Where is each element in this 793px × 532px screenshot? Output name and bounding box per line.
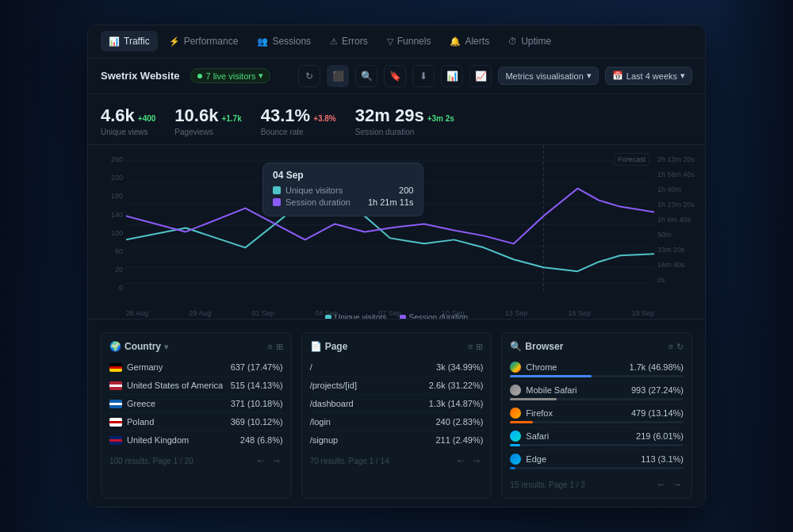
nav-item-sessions[interactable]: 👥 Sessions xyxy=(249,31,319,52)
stats-row: 4.6k+400 Unique views 10.6k+1.7k Pagevie… xyxy=(88,94,705,145)
panel-country-actions: ≡ ⊞ xyxy=(267,342,282,352)
country-table: Germany 637 (17.47%) United States of Am… xyxy=(109,358,283,449)
forecast-label: Forecast xyxy=(614,153,649,166)
table-row: /login 240 (2.83%) xyxy=(310,413,484,431)
safari-icon xyxy=(510,431,521,442)
chart-y-axis-right: 2h 13m 20s 1h 56m 40s 1h 40m 1h 23m 20s … xyxy=(654,149,705,300)
live-dropdown-icon: ▾ xyxy=(259,71,263,81)
metrics-dropdown-icon: ▾ xyxy=(587,71,592,81)
table-row: Mobile Safari 993 (27.24%) xyxy=(510,381,684,404)
panel-page-header: 📄 Page ≡ ⊞ xyxy=(310,341,484,352)
stat-session-duration-label: Session duration xyxy=(355,128,454,136)
msafari-bar xyxy=(510,398,557,400)
country-list-icon[interactable]: ≡ xyxy=(267,342,272,352)
country-next-btn[interactable]: → xyxy=(270,455,283,466)
download-button[interactable]: ⬇ xyxy=(412,65,435,87)
bar-chart-button[interactable]: 📊 xyxy=(441,65,463,87)
nav-label-funnels: Funnels xyxy=(397,36,431,47)
refresh-button[interactable]: ↻ xyxy=(298,65,320,87)
page-export-icon[interactable]: ⊞ xyxy=(476,342,483,352)
panel-browser-actions: ≡ ↻ xyxy=(668,342,684,352)
traffic-icon: 📊 xyxy=(109,36,120,47)
browser-table: Chrome 1.7k (46.98%) Mobile Safari xyxy=(510,358,684,473)
table-row: /signup 211 (2.49%) xyxy=(310,431,484,449)
nav-item-funnels[interactable]: ▽ Funnels xyxy=(379,31,439,52)
table-row: /dashboard 1.3k (14.87%) xyxy=(310,395,484,413)
stat-pageviews-value: 10.6k+1.7k xyxy=(174,105,241,126)
table-row: Safari 219 (6.01%) xyxy=(510,427,684,450)
country-dropdown-icon[interactable]: ▾ xyxy=(164,343,168,351)
country-page-nav: ← → xyxy=(255,455,283,466)
chart-legend: Unique visitors Session duration xyxy=(325,313,468,320)
search-icon: 🔍 xyxy=(510,341,522,352)
panel-page-title: 📄 Page xyxy=(310,341,348,352)
country-export-icon[interactable]: ⊞ xyxy=(276,342,283,352)
stat-unique-views: 4.6k+400 Unique views xyxy=(101,105,155,136)
chart-type-button[interactable]: ⬛ xyxy=(327,65,349,87)
stat-session-duration-value: 32m 29s+3m 2s xyxy=(355,105,454,126)
nav-label-errors: Errors xyxy=(342,36,368,47)
flag-gb xyxy=(109,436,122,445)
browser-list-icon[interactable]: ≡ xyxy=(668,342,673,352)
table-row: United Kingdom 248 (6.8%) xyxy=(109,431,283,449)
nav-item-performance[interactable]: ⚡ Performance xyxy=(161,31,247,52)
nav-item-traffic[interactable]: 📊 Traffic xyxy=(101,31,158,52)
nav-item-alerts[interactable]: 🔔 Alerts xyxy=(442,31,497,52)
legend-sd-label: Session duration xyxy=(409,313,469,320)
page-table: / 3k (34.99%) /projects/[id] 2.6k (31.22… xyxy=(310,358,484,449)
nav-label-performance: Performance xyxy=(184,36,239,47)
stat-pageviews-label: Pageviews xyxy=(174,128,241,136)
line-chart-button[interactable]: 📈 xyxy=(469,65,492,87)
nav-label-traffic: Traffic xyxy=(124,36,150,47)
stat-bounce-rate: 43.1%+3.8% Bounce rate xyxy=(261,105,336,136)
legend-sd-dot xyxy=(400,315,406,320)
bookmark-button[interactable]: 🔖 xyxy=(384,65,406,87)
panel-page-actions: ≡ ⊞ xyxy=(468,342,483,352)
stat-session-duration-change: +3m 2s xyxy=(427,114,454,123)
page-list-icon[interactable]: ≡ xyxy=(468,342,473,352)
dashboard: 📊 Traffic ⚡ Performance 👥 Sessions ⚠ Err… xyxy=(87,25,706,507)
table-row: Greece 371 (10.18%) xyxy=(109,395,283,413)
browser-pagination-label: 15 results. Page 1 / 3 xyxy=(510,480,585,489)
metrics-visualisation-select[interactable]: Metrics visualisation ▾ xyxy=(498,67,598,85)
chrome-bar xyxy=(510,375,592,377)
errors-icon: ⚠ xyxy=(330,36,338,47)
browser-next-btn[interactable]: → xyxy=(671,479,684,490)
legend-session-duration: Session duration xyxy=(400,313,469,320)
firefox-bar xyxy=(510,421,532,423)
uptime-icon: ⏱ xyxy=(508,36,517,46)
stat-unique-views-change: +400 xyxy=(138,114,156,123)
country-prev-btn[interactable]: ← xyxy=(255,455,267,466)
alerts-icon: 🔔 xyxy=(450,36,461,47)
nav-item-uptime[interactable]: ⏱ Uptime xyxy=(500,31,559,52)
chrome-icon xyxy=(510,362,521,373)
browser-prev-btn[interactable]: ← xyxy=(655,479,668,490)
search-button[interactable]: 🔍 xyxy=(355,65,377,87)
page-next-btn[interactable]: → xyxy=(470,455,483,466)
svg-point-8 xyxy=(301,197,309,205)
panel-page-footer: 70 results. Page 1 / 14 ← → xyxy=(310,455,484,466)
nav-label-uptime: Uptime xyxy=(521,36,551,47)
metrics-label: Metrics visualisation xyxy=(505,71,583,81)
chart-svg xyxy=(126,145,654,295)
date-range-select[interactable]: 📅 Last 4 weeks ▾ xyxy=(605,67,692,85)
page-prev-btn[interactable]: ← xyxy=(454,455,467,466)
nav-item-errors[interactable]: ⚠ Errors xyxy=(322,31,376,52)
page-pagination-label: 70 results. Page 1 / 14 xyxy=(310,457,389,465)
stat-unique-views-value: 4.6k+400 xyxy=(101,105,155,126)
stat-bounce-rate-label: Bounce rate xyxy=(261,128,336,136)
stat-pageviews-change: +1.7k xyxy=(221,114,241,123)
site-title: Swetrix Website xyxy=(101,70,179,82)
globe-icon: 🌍 xyxy=(109,341,121,352)
firefox-icon xyxy=(510,408,521,419)
flag-gr xyxy=(109,400,122,408)
funnels-icon: ▽ xyxy=(387,36,393,47)
panel-browser-footer: 15 results. Page 1 / 3 ← → xyxy=(510,479,684,490)
panel-country-header: 🌍 Country ▾ ≡ ⊞ xyxy=(109,341,283,352)
page-icon: 📄 xyxy=(310,341,322,352)
browser-export-icon[interactable]: ↻ xyxy=(676,342,684,352)
edge-bar xyxy=(510,467,515,469)
live-visitors-badge[interactable]: 7 live visitors ▾ xyxy=(190,68,270,83)
panel-country-footer: 100 results. Page 1 / 20 ← → xyxy=(109,455,283,466)
legend-uv-label: Unique visitors xyxy=(335,313,387,320)
